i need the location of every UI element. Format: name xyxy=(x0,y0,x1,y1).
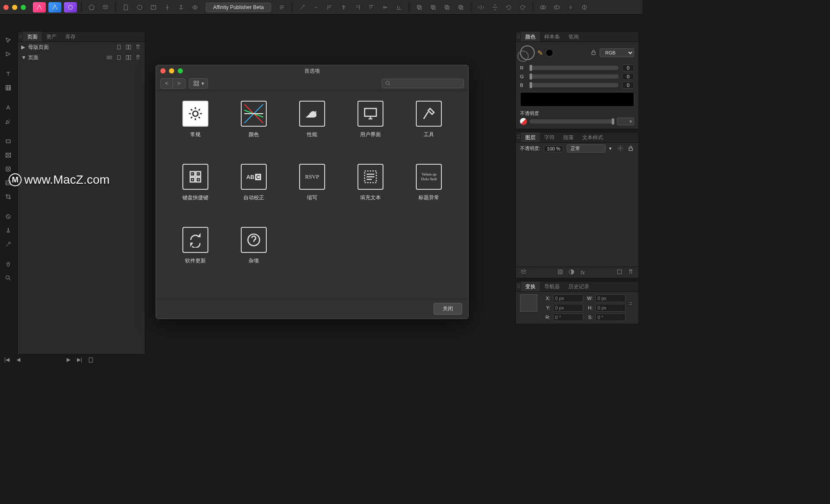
slider-b-track[interactable] xyxy=(530,83,619,87)
blend-dropdown-icon[interactable]: ▾ xyxy=(609,146,612,151)
lock-icon[interactable] xyxy=(590,49,597,57)
pref-item-cat[interactable]: 性能 xyxy=(285,101,339,153)
slider-g-track[interactable] xyxy=(530,74,619,79)
link-wh-icon[interactable]: ⊐ xyxy=(628,300,634,306)
s-input[interactable] xyxy=(595,313,626,321)
layers-stack-icon[interactable] xyxy=(520,268,527,277)
align-left-icon[interactable] xyxy=(324,2,335,13)
pages-row[interactable]: ▼ 页面 xyxy=(18,52,145,63)
tb-layers-icon[interactable] xyxy=(100,2,111,13)
eyedropper-icon[interactable]: ✎ xyxy=(537,49,543,57)
boolean-subtract-icon[interactable] xyxy=(551,2,562,13)
tb-preflight-icon[interactable] xyxy=(189,2,201,13)
blend-mode-select[interactable]: 正常 xyxy=(567,144,606,153)
tab-color[interactable]: 颜色 xyxy=(521,32,540,41)
pref-item-monitor[interactable]: 用户界面 xyxy=(344,101,398,153)
layer-opacity-value[interactable]: 100 % xyxy=(544,145,563,152)
noise-toggle-icon[interactable] xyxy=(520,118,527,125)
arrange-backward-icon[interactable] xyxy=(441,2,453,13)
tab-stroke[interactable]: 笔画 xyxy=(564,32,583,41)
node-tool-icon[interactable] xyxy=(3,48,14,60)
dialog-minimize-icon[interactable] xyxy=(169,68,174,73)
tab-navigator[interactable]: 导航器 xyxy=(540,281,564,291)
boolean-divide-icon[interactable] xyxy=(579,2,590,13)
disclosure-down-icon[interactable]: ▼ xyxy=(21,54,26,61)
flip-h-icon[interactable] xyxy=(476,2,487,13)
slider-r-track[interactable] xyxy=(530,66,619,70)
color-mode-select[interactable]: RGB xyxy=(600,48,634,57)
tab-paragraph[interactable]: 段落 xyxy=(559,132,578,142)
boolean-add-icon[interactable] xyxy=(537,2,549,13)
tb-anchor-icon[interactable] xyxy=(176,2,187,13)
tab-history[interactable]: 历史记录 xyxy=(564,281,594,291)
persona-publisher[interactable] xyxy=(33,2,46,13)
add-layer-icon[interactable] xyxy=(616,268,623,277)
eyedropper-tool-icon[interactable] xyxy=(3,239,14,250)
anchor-selector[interactable] xyxy=(520,294,537,312)
pref-item-gear[interactable]: 常规 xyxy=(168,101,222,153)
master-pages-row[interactable]: ▶ 母版页面 xyxy=(18,42,145,52)
tab-textstyles[interactable]: 文本样式 xyxy=(578,132,607,142)
pref-item-keys[interactable]: 键盘快捷键 xyxy=(168,164,222,216)
prev-page-icon[interactable]: ◀ xyxy=(15,357,22,365)
tab-swatches[interactable]: 样本条 xyxy=(540,32,564,41)
align-bottom-icon[interactable] xyxy=(393,2,405,13)
hand-tool-icon[interactable] xyxy=(3,258,14,270)
delete-layer-icon[interactable] xyxy=(627,268,634,277)
pref-item-abc[interactable]: ABC自动校正 xyxy=(227,164,281,216)
tb-textframe-icon[interactable] xyxy=(148,2,159,13)
preferences-search[interactable] xyxy=(382,79,464,88)
y-input[interactable] xyxy=(553,304,583,312)
gear-icon[interactable] xyxy=(617,145,624,153)
panel-grip-icon[interactable]: ⠿ xyxy=(516,132,521,142)
pref-item-hammer[interactable]: 工具 xyxy=(402,101,456,153)
tb-pin-icon[interactable] xyxy=(162,2,173,13)
arrange-front-icon[interactable] xyxy=(414,2,425,13)
tb-shape-icon[interactable] xyxy=(86,2,97,13)
tab-pages[interactable]: 页面 xyxy=(23,32,42,41)
panel-grip-icon[interactable]: ⠿ xyxy=(516,32,521,41)
page-list-icon[interactable] xyxy=(87,357,94,365)
boolean-intersect-icon[interactable] xyxy=(565,2,576,13)
text-tool-icon[interactable] xyxy=(3,68,14,80)
opacity-slider[interactable] xyxy=(530,119,614,124)
dialog-zoom-icon[interactable] xyxy=(178,68,183,73)
table-tool-icon[interactable] xyxy=(3,82,14,93)
rotate-cw-icon[interactable] xyxy=(517,2,528,13)
pref-item-colors[interactable]: 颜色 xyxy=(227,101,281,153)
crop-tool-icon[interactable] xyxy=(3,191,14,202)
lock-icon[interactable] xyxy=(627,145,634,153)
pref-item-lorem[interactable]: Velum quDolo Sedi标题异常 xyxy=(402,164,456,216)
pref-item-update[interactable]: 软件更新 xyxy=(168,227,222,279)
persona-designer[interactable] xyxy=(48,2,61,13)
flip-v-icon[interactable] xyxy=(489,2,501,13)
facing-page-icon[interactable] xyxy=(125,54,132,61)
transparency-tool-icon[interactable] xyxy=(3,225,14,236)
next-page-icon[interactable]: ▶ xyxy=(65,357,72,365)
slider-b-value[interactable]: 0 xyxy=(622,82,634,89)
single-page-icon[interactable] xyxy=(115,44,122,51)
align-top-icon[interactable] xyxy=(366,2,377,13)
facing-page-icon[interactable] xyxy=(125,44,132,51)
pref-item-textblock[interactable]: 填充文本 xyxy=(344,164,398,216)
last-page-icon[interactable]: ▶| xyxy=(76,357,83,365)
minimize-window-icon[interactable] xyxy=(12,5,17,10)
close-button[interactable]: 关闭 xyxy=(434,303,462,315)
pref-item-question[interactable]: 杂项 xyxy=(227,227,281,279)
back-button[interactable]: < xyxy=(161,79,173,88)
zoom-window-icon[interactable] xyxy=(21,5,26,10)
move-tool-icon[interactable] xyxy=(3,35,14,46)
r-input[interactable] xyxy=(553,313,583,321)
align-hcenter-icon[interactable] xyxy=(338,2,349,13)
artistic-text-icon[interactable] xyxy=(3,102,14,113)
view-mode-button[interactable]: ▾ xyxy=(189,78,208,89)
align-right-icon[interactable] xyxy=(352,2,363,13)
w-input[interactable] xyxy=(595,294,626,302)
zoom-tool-icon[interactable] xyxy=(3,272,14,284)
h-input[interactable] xyxy=(595,304,626,312)
delete-icon[interactable] xyxy=(134,44,141,51)
tb-paragraph-icon[interactable] xyxy=(276,2,287,13)
arrange-back-icon[interactable] xyxy=(455,2,466,13)
tab-stock[interactable]: 库存 xyxy=(61,32,80,41)
slider-g-value[interactable]: 0 xyxy=(622,73,634,80)
